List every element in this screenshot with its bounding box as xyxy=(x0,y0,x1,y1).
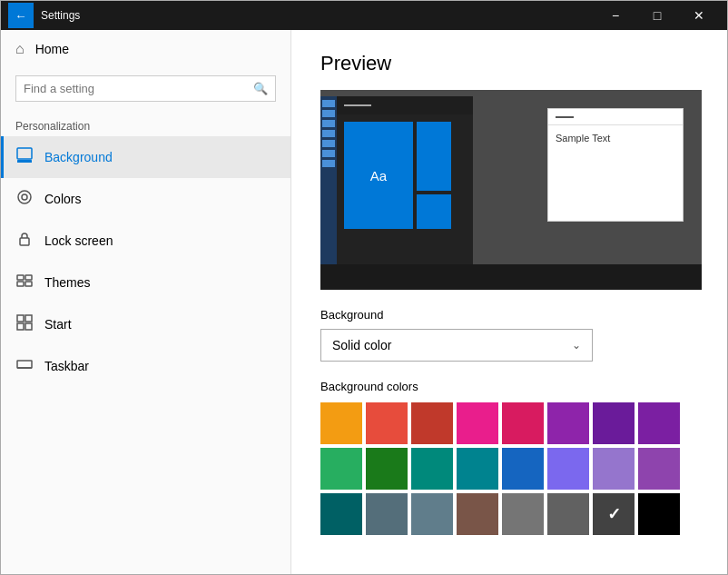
background-dropdown[interactable]: Solid color ⌄ xyxy=(320,329,593,362)
svg-rect-13 xyxy=(17,361,32,368)
color-swatch-7[interactable] xyxy=(638,402,680,444)
svg-rect-11 xyxy=(17,323,24,330)
lock-icon xyxy=(15,231,34,251)
bg-colors-label: Background colors xyxy=(320,380,698,393)
strip-line-2 xyxy=(322,110,335,117)
color-swatch-11[interactable] xyxy=(457,448,498,490)
sidebar-item-taskbar-label: Taskbar xyxy=(44,359,89,373)
back-button[interactable]: ← xyxy=(8,3,34,28)
sidebar-item-home[interactable]: ⌂ Home xyxy=(1,30,290,68)
back-icon: ← xyxy=(15,9,26,23)
search-input[interactable] xyxy=(16,76,246,101)
color-swatch-14[interactable] xyxy=(593,448,635,490)
home-label: Home xyxy=(35,42,69,56)
color-swatch-9[interactable] xyxy=(366,448,408,490)
color-swatch-10[interactable] xyxy=(411,448,453,490)
colors-icon xyxy=(15,189,34,209)
color-swatch-23[interactable] xyxy=(638,493,680,535)
themes-icon xyxy=(15,273,34,292)
strip-line-5 xyxy=(322,140,335,147)
color-swatch-16[interactable] xyxy=(320,493,362,535)
color-swatch-20[interactable] xyxy=(502,493,544,535)
svg-rect-7 xyxy=(17,282,24,286)
color-swatch-18[interactable] xyxy=(411,493,453,535)
main-content: Preview xyxy=(291,30,727,574)
preview-window-titlebar xyxy=(548,109,683,125)
strip-line-6 xyxy=(322,150,335,157)
preview-window-bar xyxy=(556,116,574,118)
color-swatch-6[interactable] xyxy=(593,402,635,444)
dropdown-arrow-icon: ⌄ xyxy=(572,339,581,352)
sidebar-item-taskbar[interactable]: Taskbar xyxy=(1,345,290,387)
dropdown-value: Solid color xyxy=(332,338,391,352)
color-swatch-13[interactable] xyxy=(547,448,589,490)
color-grid xyxy=(320,402,698,535)
svg-rect-6 xyxy=(25,275,32,280)
preview-tiles: Aa xyxy=(337,114,473,236)
maximize-button[interactable]: □ xyxy=(636,1,678,30)
svg-rect-1 xyxy=(17,160,32,163)
preview-tile-sm1 xyxy=(417,122,451,191)
color-swatch-3[interactable] xyxy=(457,402,498,444)
minimize-icon: − xyxy=(612,8,619,23)
strip-line-4 xyxy=(322,130,335,137)
preview-start-menu: Aa xyxy=(337,96,473,264)
color-swatch-8[interactable] xyxy=(320,448,362,490)
content-area: ⌂ Home 🔍 Personalization Background xyxy=(1,30,727,574)
svg-rect-0 xyxy=(17,148,32,159)
svg-point-2 xyxy=(18,191,31,203)
start-icon xyxy=(15,314,34,334)
sidebar-item-background[interactable]: Background xyxy=(1,136,290,178)
svg-rect-10 xyxy=(25,315,32,322)
close-button[interactable]: ✕ xyxy=(678,1,720,30)
sidebar-item-lock-screen[interactable]: Lock screen xyxy=(1,220,290,262)
search-box: 🔍 xyxy=(15,75,276,102)
search-icon: 🔍 xyxy=(246,76,275,101)
background-label: Background xyxy=(320,308,698,322)
section-title: Preview xyxy=(320,52,698,75)
close-icon: ✕ xyxy=(694,8,704,23)
color-swatch-21[interactable] xyxy=(547,493,589,535)
minimize-button[interactable]: − xyxy=(595,1,636,30)
color-swatch-0[interactable] xyxy=(320,402,362,444)
sidebar-item-start[interactable]: Start xyxy=(1,303,290,345)
preview-start-topbar xyxy=(337,96,473,114)
preview-window: Sample Text xyxy=(547,108,684,222)
strip-line-1 xyxy=(322,100,335,107)
color-swatch-15[interactable] xyxy=(638,448,680,490)
sidebar-item-colors[interactable]: Colors xyxy=(1,178,290,220)
color-swatch-4[interactable] xyxy=(502,402,544,444)
sidebar-item-start-label: Start xyxy=(44,317,72,332)
svg-point-3 xyxy=(22,194,27,200)
color-swatch-2[interactable] xyxy=(411,402,453,444)
color-swatch-1[interactable] xyxy=(366,402,408,444)
preview-box: Aa Sample Text xyxy=(320,90,702,290)
personalization-label: Personalization xyxy=(1,113,290,136)
title-bar: ← Settings − □ ✕ xyxy=(1,1,727,30)
sidebar-item-themes[interactable]: Themes xyxy=(1,262,290,303)
svg-rect-4 xyxy=(20,238,29,245)
window-title: Settings xyxy=(41,9,595,22)
sidebar-item-lock-label: Lock screen xyxy=(44,233,113,248)
strip-line-7 xyxy=(322,160,335,167)
home-icon: ⌂ xyxy=(15,41,25,57)
color-swatch-17[interactable] xyxy=(366,493,408,535)
window-controls: − □ ✕ xyxy=(595,1,720,30)
color-swatch-19[interactable] xyxy=(457,493,498,535)
svg-rect-12 xyxy=(25,323,32,330)
preview-tile-large: Aa xyxy=(344,122,413,229)
svg-rect-5 xyxy=(17,275,24,280)
sidebar: ⌂ Home 🔍 Personalization Background xyxy=(1,30,291,574)
color-swatch-5[interactable] xyxy=(547,402,589,444)
svg-rect-8 xyxy=(25,282,32,286)
strip-line-3 xyxy=(322,120,335,127)
background-icon xyxy=(15,147,34,167)
preview-start-line xyxy=(344,104,371,106)
svg-rect-9 xyxy=(17,315,24,322)
color-swatch-22[interactable] xyxy=(593,493,635,535)
preview-window-content: Sample Text xyxy=(548,125,683,151)
sidebar-item-background-label: Background xyxy=(44,150,113,164)
color-swatch-12[interactable] xyxy=(502,448,544,490)
sidebar-item-colors-label: Colors xyxy=(44,192,81,206)
preview-left-strip xyxy=(320,96,337,264)
